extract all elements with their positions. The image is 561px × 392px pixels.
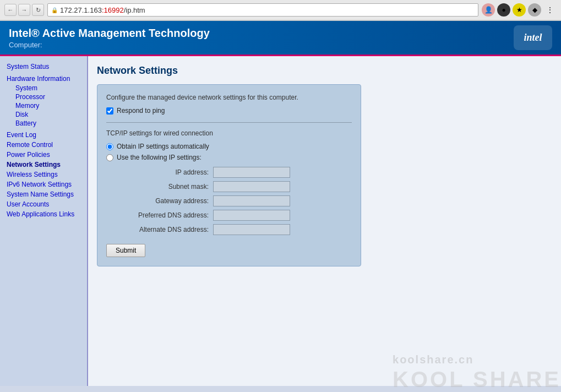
ip-address-input[interactable] — [213, 167, 290, 178]
sidebar-item-network-settings[interactable]: Network Settings — [4, 160, 83, 170]
nav-buttons: ← → ↻ — [4, 4, 44, 16]
extension-icon[interactable]: ◆ — [528, 3, 541, 17]
obtain-ip-row: Obtain IP settings automatically — [106, 143, 352, 150]
sidebar-item-disk[interactable]: Disk — [13, 110, 83, 119]
page-header: Intel® Active Management Technology Comp… — [0, 21, 561, 56]
address-text: 172.27.1.163:16992/ip.htm — [60, 6, 475, 14]
sidebar-item-ipv6-network-settings[interactable]: IPv6 Network Settings — [4, 179, 83, 189]
sidebar-item-battery[interactable]: Battery — [13, 119, 83, 128]
sidebar-item-power-policies[interactable]: Power Policies — [4, 150, 83, 160]
respond-to-ping-checkbox[interactable] — [106, 107, 113, 115]
sidebar-item-event-log[interactable]: Event Log — [4, 130, 83, 140]
use-following-ip-radio[interactable] — [106, 154, 113, 161]
gateway-address-label: Gateway address: — [115, 197, 209, 205]
settings-box: Configure the managed device network set… — [97, 84, 361, 266]
forward-button[interactable]: → — [18, 4, 30, 16]
url-path: /ip.htm — [124, 6, 145, 14]
use-following-label: Use the following IP settings: — [117, 154, 201, 161]
browser-chrome: ← → ↻ 🔒 172.27.1.163:16992/ip.htm 👤 ● ★ … — [0, 0, 561, 21]
sidebar-item-system-name-settings[interactable]: System Name Settings — [4, 189, 83, 199]
sidebar-item-system[interactable]: System — [13, 84, 83, 92]
obtain-ip-radio[interactable] — [106, 143, 113, 150]
sidebar-item-web-applications-links[interactable]: Web Applications Links — [4, 209, 83, 219]
ip-fields-grid: IP address: Subnet mask: Gateway address… — [115, 167, 352, 235]
page-title: Network Settings — [97, 65, 552, 77]
ip-radio-group: Obtain IP settings automatically Use the… — [106, 143, 352, 161]
respond-to-ping-label: Respond to ping — [117, 107, 165, 115]
profile-icon-1[interactable]: 👤 — [482, 3, 495, 17]
browser-icons: 👤 ● ★ ◆ ⋮ — [482, 3, 557, 17]
preferred-dns-label: Preferred DNS address: — [115, 211, 209, 219]
back-button[interactable]: ← — [4, 4, 17, 16]
subnet-mask-input[interactable] — [213, 181, 290, 192]
intel-logo-text: intel — [524, 32, 542, 43]
sidebar-item-wireless-settings[interactable]: Wireless Settings — [4, 170, 83, 179]
sidebar-item-system-status[interactable]: System Status — [4, 62, 83, 72]
sidebar-item-hardware-information[interactable]: Hardware Information — [4, 74, 83, 84]
gateway-address-input[interactable] — [213, 195, 290, 206]
sidebar-item-memory[interactable]: Memory — [13, 101, 83, 110]
lock-icon: 🔒 — [51, 7, 58, 13]
alternate-dns-label: Alternate DNS address: — [115, 226, 209, 233]
main-layout: System Status Hardware Information Syste… — [0, 56, 561, 386]
sidebar-sub-hardware: System Processor Memory Disk Battery — [4, 84, 83, 128]
sidebar-group-status: System Status — [4, 62, 83, 72]
sidebar-group-hardware: Hardware Information System Processor Me… — [4, 74, 83, 128]
menu-icon[interactable]: ⋮ — [543, 3, 557, 17]
reload-button[interactable]: ↻ — [32, 4, 44, 16]
subnet-mask-label: Subnet mask: — [115, 183, 209, 190]
sidebar-item-user-accounts[interactable]: User Accounts — [4, 199, 83, 209]
sidebar: System Status Hardware Information Syste… — [0, 56, 88, 386]
submit-button[interactable]: Submit — [106, 244, 145, 257]
app-title: Intel® Active Management Technology — [9, 27, 210, 40]
content-area: Network Settings Configure the managed d… — [88, 56, 561, 386]
url-host: 172.27.1.163 — [60, 6, 102, 14]
header-title-block: Intel® Active Management Technology Comp… — [9, 27, 210, 49]
respond-to-ping-row: Respond to ping — [106, 107, 352, 115]
preferred-dns-input[interactable] — [213, 210, 290, 221]
computer-label: Computer: — [9, 41, 210, 49]
ip-address-label: IP address: — [115, 168, 209, 176]
intel-logo: intel — [514, 25, 552, 50]
submit-row: Submit — [106, 244, 352, 257]
tcp-section-label: TCP/IP settings for wired connection — [106, 129, 352, 137]
address-bar[interactable]: 🔒 172.27.1.163:16992/ip.htm — [47, 3, 478, 17]
browser-toolbar: ← → ↻ 🔒 172.27.1.163:16992/ip.htm 👤 ● ★ … — [0, 0, 561, 20]
star-icon[interactable]: ★ — [513, 3, 526, 17]
settings-description: Configure the managed device network set… — [106, 94, 352, 101]
alternate-dns-input[interactable] — [213, 224, 290, 235]
obtain-ip-label: Obtain IP settings automatically — [117, 143, 209, 150]
sidebar-item-remote-control[interactable]: Remote Control — [4, 140, 83, 150]
profile-icon-2[interactable]: ● — [497, 3, 510, 17]
use-following-row: Use the following IP settings: — [106, 154, 352, 161]
url-port: :16992 — [102, 6, 124, 14]
sidebar-item-processor[interactable]: Processor — [13, 92, 83, 101]
section-divider — [106, 122, 352, 123]
